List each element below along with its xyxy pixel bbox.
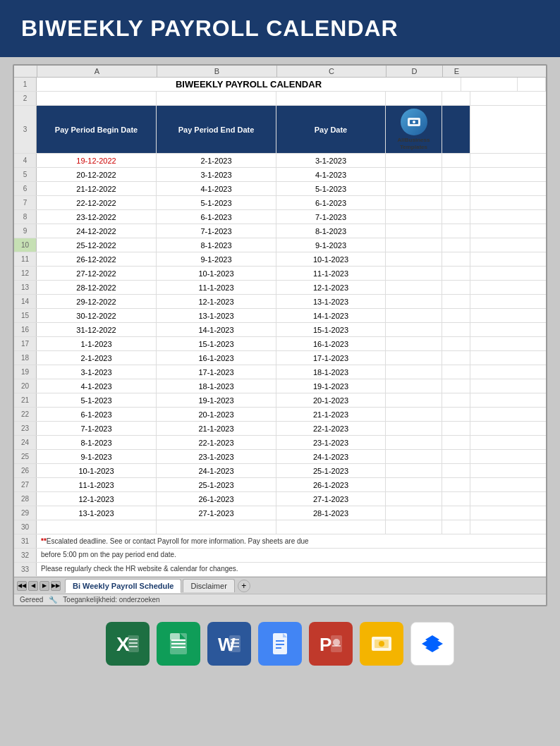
tab-bar: ◀◀ ◀ ▶ ▶▶ Bi Weekly Payroll Schedule Dis… bbox=[14, 577, 546, 594]
cell-22-d bbox=[386, 408, 442, 421]
dropbox-icon[interactable] bbox=[410, 622, 454, 666]
cell-27-a: 11-1-2023 bbox=[37, 478, 157, 491]
docs-icon[interactable] bbox=[258, 622, 302, 666]
tab-nav-next[interactable]: ▶ bbox=[39, 581, 49, 591]
logo-text: AllBusinessTemplates bbox=[398, 137, 430, 150]
svg-rect-4 bbox=[128, 635, 139, 652]
cell-20-c: 19-1-2023 bbox=[276, 379, 386, 393]
cell-8-c: 7-1-2023 bbox=[276, 210, 386, 224]
svg-point-28 bbox=[379, 641, 384, 647]
tab-disclaimer[interactable]: Disclaimer bbox=[183, 579, 234, 592]
table-row: 14 29-12-2022 12-1-2023 13-1-2023 bbox=[14, 295, 546, 309]
cell-3e bbox=[442, 106, 470, 153]
table-row: 7 22-12-2022 5-1-2023 6-1-2023 bbox=[14, 196, 546, 210]
cell-9-b: 7-1-2023 bbox=[157, 224, 276, 238]
table-row: 13 28-12-2022 11-1-2023 12-1-2023 bbox=[14, 281, 546, 295]
cell-21-d bbox=[386, 393, 442, 407]
tab-nav: ◀◀ ◀ ▶ ▶▶ bbox=[17, 581, 61, 591]
cell-4-e bbox=[442, 154, 470, 167]
cell-19-c: 18-1-2023 bbox=[276, 365, 386, 379]
cell-27-d bbox=[386, 478, 442, 491]
word-icon[interactable]: W bbox=[207, 622, 251, 666]
cell-24-e bbox=[442, 436, 470, 449]
row-num-30: 30 bbox=[14, 520, 37, 534]
footer-note-2: before 5:00 pm on the pay period end dat… bbox=[37, 549, 546, 562]
table-row: 20 4-1-2023 18-1-2023 19-1-2023 bbox=[14, 379, 546, 393]
cell-27-c: 26-1-2023 bbox=[276, 478, 386, 491]
cell-28-e bbox=[442, 492, 470, 506]
row-num-33: 33 bbox=[14, 563, 37, 576]
svg-rect-10 bbox=[171, 643, 185, 644]
cell-13-b: 11-1-2023 bbox=[157, 281, 276, 294]
cell-7-d bbox=[386, 196, 442, 209]
row-num-14: 14 bbox=[14, 295, 37, 308]
title-row: 1 BIWEEKLY PAYROLL CALENDAR bbox=[14, 78, 546, 92]
table-row: 8 23-12-2022 6-1-2023 7-1-2023 bbox=[14, 210, 546, 224]
cell-29-a: 13-1-2023 bbox=[37, 506, 157, 520]
row-num-12: 12 bbox=[14, 267, 37, 280]
cell-13-d bbox=[386, 281, 442, 294]
sheets-icon[interactable] bbox=[157, 622, 200, 666]
powerpoint-icon[interactable]: P bbox=[309, 622, 353, 666]
svg-rect-11 bbox=[171, 647, 185, 648]
cell-4-b: 2-1-2023 bbox=[157, 154, 276, 167]
cell-21-c: 20-1-2023 bbox=[276, 393, 386, 407]
cell-7-c: 6-1-2023 bbox=[276, 196, 386, 209]
tab-nav-last[interactable]: ▶▶ bbox=[51, 581, 61, 591]
cell-13-e bbox=[442, 281, 470, 294]
table-row: 5 20-12-2022 3-1-2023 4-1-2023 bbox=[14, 168, 546, 182]
row-num-8: 8 bbox=[14, 210, 37, 224]
cell-14-e bbox=[442, 295, 470, 308]
row-num-spacer bbox=[14, 66, 37, 77]
cell-23-a: 7-1-2023 bbox=[37, 422, 157, 435]
cell-1e bbox=[518, 78, 546, 91]
cell-8-a: 23-12-2022 bbox=[37, 210, 157, 224]
footer-row-32: 32 before 5:00 pm on the pay period end … bbox=[14, 549, 546, 563]
cell-9-c: 8-1-2023 bbox=[276, 224, 386, 238]
row-num-17: 17 bbox=[14, 337, 37, 350]
slides-icon[interactable] bbox=[360, 622, 403, 666]
svg-rect-12 bbox=[170, 633, 180, 640]
cell-17-d bbox=[386, 337, 442, 350]
cell-2b bbox=[157, 92, 276, 105]
table-row: 10 25-12-2022 8-1-2023 9-1-2023 bbox=[14, 238, 546, 252]
cell-10-c: 9-1-2023 bbox=[276, 238, 386, 252]
row-num-22: 22 bbox=[14, 408, 37, 421]
cell-8-b: 6-1-2023 bbox=[157, 210, 276, 224]
tab-nav-first[interactable]: ◀◀ bbox=[17, 581, 27, 591]
cell-12-d bbox=[386, 267, 442, 280]
cell-25-a: 9-1-2023 bbox=[37, 450, 157, 463]
excel-icon[interactable]: X bbox=[106, 622, 150, 666]
cell-12-c: 11-1-2023 bbox=[276, 267, 386, 280]
cell-10-d bbox=[386, 238, 442, 252]
svg-rect-25 bbox=[332, 645, 341, 647]
tab-biweekly[interactable]: Bi Weekly Payroll Schedule bbox=[65, 579, 181, 593]
cell-4-d bbox=[386, 154, 442, 167]
table-row: 11 26-12-2022 9-1-2023 10-1-2023 bbox=[14, 252, 546, 267]
row-num-4: 4 bbox=[14, 154, 37, 167]
cell-24-a: 8-1-2023 bbox=[37, 436, 157, 449]
cell-30b bbox=[157, 520, 276, 534]
cell-26-a: 10-1-2023 bbox=[37, 464, 157, 477]
table-row: 29 13-1-2023 27-1-2023 28-1-2023 bbox=[14, 506, 546, 520]
cell-24-b: 22-1-2023 bbox=[157, 436, 276, 449]
cell-17-c: 16-1-2023 bbox=[276, 337, 386, 350]
cell-7-e bbox=[442, 196, 470, 209]
svg-rect-14 bbox=[229, 635, 241, 652]
table-row: 23 7-1-2023 21-1-2023 22-1-2023 bbox=[14, 422, 546, 436]
cell-20-d bbox=[386, 379, 442, 393]
app-icons-bar: X W bbox=[0, 613, 560, 671]
tab-add-button[interactable]: + bbox=[238, 580, 250, 592]
tab-nav-prev[interactable]: ◀ bbox=[28, 581, 38, 591]
cell-27-b: 25-1-2023 bbox=[157, 478, 276, 491]
cell-5-c: 4-1-2023 bbox=[276, 168, 386, 181]
cell-19-e bbox=[442, 365, 470, 379]
table-row: 12 27-12-2022 10-1-2023 11-1-2023 bbox=[14, 267, 546, 281]
status-text: Gereed bbox=[20, 596, 43, 604]
row-num-21: 21 bbox=[14, 393, 37, 407]
table-row: 6 21-12-2022 4-1-2023 5-1-2023 bbox=[14, 182, 546, 196]
row-num-19: 19 bbox=[14, 365, 37, 379]
cell-27-e bbox=[442, 478, 470, 491]
cell-14-b: 12-1-2023 bbox=[157, 295, 276, 308]
cell-10-e bbox=[442, 238, 470, 252]
